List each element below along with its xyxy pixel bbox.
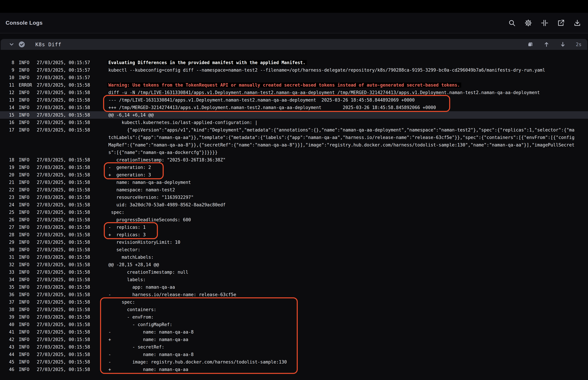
log-timestamp: 27/03/2025, 00:15:58 (37, 104, 93, 111)
download-icon[interactable] (573, 19, 581, 27)
log-level: INFO (19, 126, 37, 134)
arrow-down-icon[interactable] (559, 41, 566, 48)
log-row: 31INFO27/03/2025, 00:15:58 matchLabels: (0, 253, 588, 261)
log-level: INFO (19, 89, 37, 96)
line-number: 13 (0, 96, 14, 104)
line-number: 46 (0, 366, 14, 373)
log-row: 26INFO27/03/2025, 00:15:58 progressDeadl… (0, 216, 588, 224)
gear-icon[interactable] (524, 19, 532, 27)
log-level: INFO (19, 224, 37, 231)
chevron-down-icon[interactable] (8, 41, 15, 48)
log-row: 45INFO27/03/2025, 00:15:58- image: regis… (0, 358, 588, 366)
line-number: 37 (0, 298, 14, 306)
step-duration: 2s (576, 42, 582, 47)
collapse-icon[interactable] (541, 19, 549, 27)
log-timestamp: 27/03/2025, 00:15:58 (37, 253, 93, 261)
log-level: INFO (19, 59, 37, 66)
log-timestamp: 27/03/2025, 00:15:58 (37, 171, 93, 179)
success-check-icon (18, 41, 25, 48)
log-row: 39INFO27/03/2025, 00:15:58 - envFrom: (0, 313, 588, 321)
log-message: @@ -28,15 +28,14 @@ (108, 261, 576, 268)
arrow-up-icon[interactable] (543, 41, 550, 48)
log-level: INFO (19, 193, 37, 201)
log-message: + name: naman-qa-aa (108, 336, 576, 343)
log-level: INFO (19, 209, 37, 216)
log-level: INFO (19, 283, 37, 291)
copy-icon[interactable] (527, 41, 533, 48)
step-title[interactable]: K8s Diff (35, 41, 61, 47)
line-number: 11 (0, 81, 14, 89)
log-message: kubectl.kubernetes.io/last-applied-confi… (108, 119, 576, 126)
log-message: name: naman-qa-aa-deployment (108, 179, 576, 186)
log-message: namespace: naman-test2 (108, 186, 576, 193)
log-row: 10INFO27/03/2025, 00:15:57 (0, 74, 588, 81)
log-row: 37INFO27/03/2025, 00:15:58 spec: (0, 298, 588, 306)
log-level: INFO (19, 336, 37, 343)
log-timestamp: 27/03/2025, 00:15:58 (37, 89, 93, 96)
log-row: 44INFO27/03/2025, 00:15:58- name: naman-… (0, 351, 588, 358)
log-level: ERROR (19, 81, 37, 89)
line-number: 19 (0, 164, 14, 171)
line-number: 12 (0, 89, 14, 96)
line-number: 32 (0, 261, 14, 268)
log-row: 14INFO27/03/2025, 00:15:58+++ /tmp/MERGE… (0, 104, 588, 111)
line-number: 15 (0, 111, 14, 119)
line-number: 43 (0, 343, 14, 351)
log-message: + generation: 3 (108, 171, 576, 179)
line-number: 39 (0, 313, 14, 321)
log-timestamp: 27/03/2025, 00:15:58 (37, 156, 93, 164)
log-message: +++ /tmp/MERGED-3214274413/apps.v1.Deplo… (108, 104, 576, 111)
external-link-icon[interactable] (557, 19, 565, 27)
line-number: 17 (0, 126, 14, 134)
log-timestamp: 27/03/2025, 00:15:58 (37, 351, 93, 358)
line-number: 22 (0, 186, 14, 193)
log-message: labels: (108, 276, 576, 283)
log-message: revisionHistoryLimit: 10 (108, 238, 576, 246)
line-number: 29 (0, 238, 14, 246)
log-row: 22INFO27/03/2025, 00:15:58 namespace: na… (0, 186, 588, 193)
search-icon[interactable] (508, 19, 516, 27)
line-number: 27 (0, 224, 14, 231)
log-row: 32INFO27/03/2025, 00:15:58@@ -28,15 +28,… (0, 261, 588, 268)
log-message (108, 74, 576, 81)
log-message: kubectl --kubeconfig=config diff --names… (108, 66, 576, 74)
log-row: 41INFO27/03/2025, 00:15:58- name: naman-… (0, 328, 588, 336)
log-row: 17INFO27/03/2025, 00:15:58 {"apiVersion"… (0, 126, 588, 156)
log-level: INFO (19, 268, 37, 276)
log-timestamp: 27/03/2025, 00:15:57 (37, 59, 93, 66)
log-row: 38INFO27/03/2025, 00:15:58 containers: (0, 306, 588, 313)
log-message: uid: 3a20dc70-53a0-4989-8562-8aa29ac80ed… (108, 201, 576, 209)
line-number: 45 (0, 358, 14, 366)
log-row: 33INFO27/03/2025, 00:15:58 creationTimes… (0, 268, 588, 276)
log-timestamp: 27/03/2025, 00:15:58 (37, 96, 93, 104)
log-area[interactable]: 8INFO27/03/2025, 00:15:57Evaluating Diff… (0, 50, 588, 380)
log-message: @@ -6,14 +6,14 @@ (108, 111, 576, 119)
log-timestamp: 27/03/2025, 00:15:58 (37, 179, 93, 186)
log-timestamp: 27/03/2025, 00:15:58 (37, 276, 93, 283)
log-level: INFO (19, 201, 37, 209)
log-level: INFO (19, 313, 37, 321)
log-level: INFO (19, 343, 37, 351)
line-number: 8 (0, 59, 14, 66)
log-message: + replicas: 3 (108, 231, 576, 238)
log-message: app: naman-qa-aa (108, 283, 576, 291)
step-header-k8s-diff[interactable]: K8s Diff 2s (1, 39, 587, 50)
log-timestamp: 27/03/2025, 00:15:58 (37, 321, 93, 328)
top-bar (0, 0, 588, 13)
log-level: INFO (19, 111, 37, 119)
log-timestamp: 27/03/2025, 00:15:58 (37, 111, 93, 119)
log-message: - name: naman-qa-aa-8 (108, 328, 576, 336)
log-timestamp: 27/03/2025, 00:15:58 (37, 268, 93, 276)
log-message: - name: naman-qa-aa-8 (108, 351, 576, 358)
log-row: 13INFO27/03/2025, 00:15:58--- /tmp/LIVE-… (0, 96, 588, 104)
log-message: creationTimestamp: "2025-03-26T18:36:38Z… (108, 156, 576, 164)
log-timestamp: 27/03/2025, 00:15:58 (37, 328, 93, 336)
log-level: INFO (19, 351, 37, 358)
log-timestamp: 27/03/2025, 00:15:58 (37, 283, 93, 291)
log-timestamp: 27/03/2025, 00:15:58 (37, 126, 93, 134)
log-row: 42INFO27/03/2025, 00:15:58+ name: naman-… (0, 336, 588, 343)
log-level: INFO (19, 74, 37, 81)
log-timestamp: 27/03/2025, 00:15:58 (37, 164, 93, 171)
log-row: 20INFO27/03/2025, 00:15:58+ generation: … (0, 171, 588, 179)
log-message: - generation: 2 (108, 164, 576, 171)
